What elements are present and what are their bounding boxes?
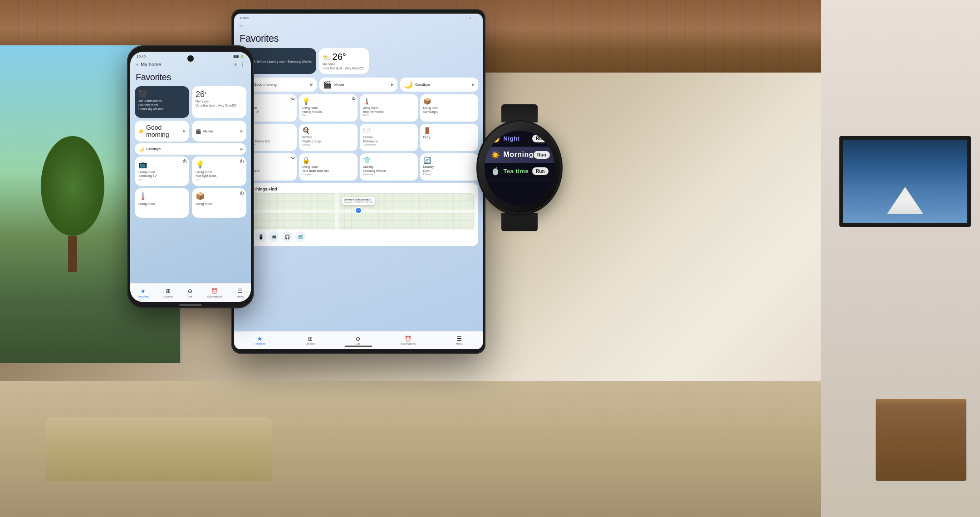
device-samsung-tv-card[interactable]: ⏻ 📺 Living roomSamsung TV On xyxy=(135,156,189,186)
tablet-find-title: SmartThings Find xyxy=(242,187,475,191)
watch-body: 🌙 Night Run ☀️ Morning Run 🍵 xyxy=(479,122,560,213)
tablet-device-washer[interactable]: 👕 LaundrySamsung Washer Washing xyxy=(360,153,418,180)
scene-goodbye-btn[interactable]: 🌙 Goodbye ▶ xyxy=(135,143,246,155)
find-earbuds-icon[interactable]: 🎧 xyxy=(282,231,293,242)
devices-nav-label: Devices xyxy=(163,295,173,298)
tablet-dev-label: Devices xyxy=(306,342,315,345)
tablet-scene-goodbye[interactable]: 🌙 Goodbye ▶ xyxy=(400,78,478,92)
bulb-power-btn[interactable]: ⏻ xyxy=(240,159,244,164)
map-road-v xyxy=(335,193,339,229)
tree xyxy=(36,136,109,272)
wood-cabinet xyxy=(876,399,966,481)
tv-status: On xyxy=(138,178,186,181)
phone-nav-menu[interactable]: ☰ Menu xyxy=(237,288,244,298)
room-power-btn[interactable]: ⏻ xyxy=(240,191,244,195)
tablet-scene-movie[interactable]: 🎬 Movie ▶ xyxy=(319,78,397,92)
phone-scene-row-1: ☀️ Good morning ▶ 🎬 Movie ▶ xyxy=(130,121,251,141)
watch-morning-run-btn[interactable]: Run xyxy=(534,151,549,159)
phone-home-icon: ⌂ xyxy=(136,62,138,67)
device-room-card[interactable]: ⏻ 📦 Living room xyxy=(192,188,246,218)
watch-scene-tea[interactable]: 🍵 Tea time Run xyxy=(485,163,555,180)
phone-scene-row-2: 🌙 Goodbye ▶ xyxy=(130,143,251,155)
life-nav-icon: ⊙ xyxy=(188,288,192,294)
phone-nav-life[interactable]: ⊙ Life xyxy=(188,288,192,298)
weather-temp: 26 xyxy=(196,90,205,99)
tablet-auto-label: Automations xyxy=(401,342,416,345)
tablet-tv-power[interactable]: ⏻ xyxy=(291,97,294,101)
tree-foliage xyxy=(41,136,104,236)
scene-goodbye-label: Goodbye xyxy=(146,147,161,151)
smartphone: 10:45 ▮▮▮ 🔋 ⌂ My home + ⋮ Favorites xyxy=(127,45,254,308)
watch-tea-run-btn[interactable]: Run xyxy=(532,167,548,175)
phone-nav-favorites[interactable]: ★ Favorites xyxy=(137,288,149,298)
watch-night-left: 🌙 Night xyxy=(491,134,520,143)
tablet-add-icon[interactable]: + xyxy=(469,16,471,20)
tablet-nav-favorites[interactable]: ★ Favorites xyxy=(254,336,265,345)
tablet-nav-devices[interactable]: ⊞ Devices xyxy=(306,336,315,345)
scene-movie-arrow: ▶ xyxy=(240,129,243,133)
tablet-menu-label: Menu xyxy=(456,342,463,345)
tablet-nest-name: Living roomNest thermostat xyxy=(363,106,415,114)
find-device-icon[interactable]: 📱 xyxy=(255,231,266,242)
devices-container: 10:45 ▮▮▮ 🔋 ⌂ My home + ⋮ Favorites xyxy=(127,23,808,499)
phone-favorites-title: Favorites xyxy=(130,69,251,86)
phone-washer-card[interactable]: ⬛ 1hr 30min left onLaundry roomSamsung W… xyxy=(135,86,189,118)
thermostat-icon: 🌡️ xyxy=(138,192,186,200)
phone-nav-automations[interactable]: ⏰ Automations xyxy=(207,288,222,298)
find-map-icon[interactable]: 🗺️ xyxy=(295,231,306,242)
tablet-device-cooking-range[interactable]: 🍳 KitchenCooking range Ready xyxy=(299,124,357,151)
tablet-washer-status: Washing xyxy=(363,173,415,176)
scene-movie-btn[interactable]: 🎬 Movie ▶ xyxy=(192,121,246,141)
tablet-hue-power[interactable]: ⏻ xyxy=(352,97,355,101)
device-hue-bulbs-card[interactable]: ⏻ 💡 Living roomHue light bulbs On xyxy=(192,156,246,186)
phone-add-icon[interactable]: + xyxy=(234,61,237,68)
watch-night-run-btn[interactable]: Run xyxy=(532,135,548,142)
phone-home-title: My home xyxy=(141,62,161,67)
tablet-lock-name: Living roomYale smart door lock xyxy=(302,165,354,173)
automations-nav-icon: ⏰ xyxy=(211,288,218,294)
scene-good-morning-btn[interactable]: ☀️ Good morning ▶ xyxy=(135,121,189,141)
watch-tea-label: Tea time xyxy=(504,168,529,175)
scene-movie-icon: 🎬 xyxy=(196,129,201,134)
device-thermostat-card[interactable]: 🌡️ Living room xyxy=(135,188,189,218)
favorites-nav-icon: ★ xyxy=(141,288,146,294)
tablet-nav-menu[interactable]: ☰ Menu xyxy=(456,336,463,345)
tablet-weather-details: My homeUltra fine dust : Very Good(5) xyxy=(323,62,365,70)
watch-morning-icon: ☀️ xyxy=(491,151,500,159)
tablet-device-dishwasher[interactable]: 🍽️ KitchenDishwasher Connected xyxy=(360,124,418,151)
tv-power-btn[interactable]: ⏻ xyxy=(182,159,186,164)
tablet-cam-power[interactable]: ⏻ xyxy=(291,156,294,160)
room-icon: 📦 xyxy=(196,192,243,200)
phone-device-row-1: ⏻ 📺 Living roomSamsung TV On ⏻ 💡 Living … xyxy=(130,156,251,186)
menu-nav-label: Menu xyxy=(237,295,244,298)
tablet-menu-icon[interactable]: ⋮ xyxy=(474,16,477,20)
phone-nav-devices[interactable]: ⊞ Devices xyxy=(163,288,173,298)
watch-scene-morning[interactable]: ☀️ Morning Run xyxy=(485,147,555,163)
phone-camera xyxy=(187,55,194,62)
wall-artwork xyxy=(839,136,971,227)
phone-weather-card[interactable]: 26 ° My homeUltra fine dust : Very Good(… xyxy=(192,86,246,118)
tablet-auto-icon: ⏰ xyxy=(405,336,412,342)
tablet-device-hue[interactable]: ⏻ 💡 Living roomHue light bulbs On xyxy=(299,94,357,122)
tablet-screen: 10:45 + ⋮ ⌂ Favorites ⬛ 1hr 30min left o… xyxy=(234,14,483,349)
scene-morning-arrow: ▶ xyxy=(183,129,186,133)
devices-nav-icon: ⊞ xyxy=(166,288,171,294)
tablet-device-nest[interactable]: 🌡️ Living roomNest thermostat 24°C xyxy=(360,94,418,122)
tablet-device-door-lock[interactable]: 🔒 Living roomYale smart door lock Locked xyxy=(299,153,357,180)
washer-icon: ⬛ xyxy=(138,90,186,97)
tree-trunk xyxy=(68,236,77,272)
tablet-find-popup: Sammy's GalaxyNote20 Updated: 08/04 12:0… xyxy=(342,197,375,205)
tablet-dishwasher-name: KitchenDishwasher xyxy=(363,136,415,143)
find-laptop-icon[interactable]: 💻 xyxy=(269,231,279,242)
tablet-nav-automations[interactable]: ⏰ Automations xyxy=(401,336,416,345)
tablet-header-left: ⌂ xyxy=(240,23,242,28)
tablet-weather-card[interactable]: ⛅ 26° My homeUltra fine dust : Very Good… xyxy=(319,48,369,74)
weather-location: My homeUltra fine dust : Very Good(5) xyxy=(196,99,243,107)
watch-night-icon: 🌙 xyxy=(491,134,500,143)
phone-menu-icon[interactable]: ⋮ xyxy=(240,61,245,68)
watch-scene-night[interactable]: 🌙 Night Run xyxy=(485,131,555,147)
tablet-scenes: ☀️ Good morning ▶ 🎬 Movie ▶ 🌙 Goodbye xyxy=(234,78,483,92)
watch-morning-left: ☀️ Morning xyxy=(491,151,534,159)
tablet-nav-life[interactable]: ⊙ Life xyxy=(356,336,360,345)
tablet-time: 10:45 xyxy=(240,16,249,20)
